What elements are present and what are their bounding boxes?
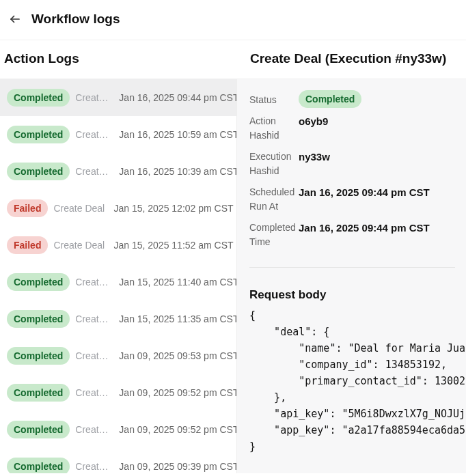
back-arrow-icon[interactable] <box>7 11 23 27</box>
detail-action-hashid-row: Action Hashid o6yb9 <box>249 114 466 143</box>
logs-list: CompletedCreate …Jan 16, 2025 09:44 pm C… <box>0 79 236 473</box>
log-action-name: Create … <box>75 461 113 472</box>
action-hashid-value: o6yb9 <box>299 114 328 130</box>
status-badge: Completed <box>7 458 70 473</box>
log-time: Jan 16, 2025 10:39 am CST <box>119 166 236 177</box>
status-badge: Completed <box>7 89 70 107</box>
status-badge: Completed <box>7 273 70 291</box>
log-action-name: Create … <box>75 166 113 177</box>
log-time: Jan 15, 2025 11:35 am CST <box>119 313 236 324</box>
main-content: CompletedCreate …Jan 16, 2025 09:44 pm C… <box>0 79 466 473</box>
divider <box>249 267 455 268</box>
request-body-title: Request body <box>249 288 466 302</box>
log-action-name: Create … <box>75 129 113 140</box>
log-row[interactable]: CompletedCreate …Jan 16, 2025 10:59 am C… <box>0 116 236 153</box>
log-time: Jan 09, 2025 09:52 pm CST <box>119 387 236 398</box>
page-header: Workflow logs <box>0 0 466 40</box>
log-row[interactable]: CompletedCreate …Jan 09, 2025 09:39 pm C… <box>0 448 236 473</box>
sub-header: Action Logs Create Deal (Execution #ny33… <box>0 40 466 79</box>
detail-status-row: Status Completed <box>249 93 466 107</box>
log-row[interactable]: CompletedCreate D…Jan 15, 2025 11:35 am … <box>0 300 236 337</box>
log-time: Jan 15, 2025 11:40 am CST <box>119 277 236 288</box>
log-action-name: Create … <box>75 424 113 435</box>
completed-value: Jan 16, 2025 09:44 pm CST <box>299 221 430 236</box>
log-action-name: Create … <box>75 387 113 398</box>
detail-execution-hashid-row: Execution Hashid ny33w <box>249 150 466 178</box>
log-action-name: Create … <box>75 350 113 361</box>
log-time: Jan 16, 2025 09:44 pm CST <box>119 92 236 103</box>
action-logs-title: Action Logs <box>0 40 236 79</box>
detail-title: Create Deal (Execution #ny33w) <box>236 40 466 79</box>
log-action-name: Create Deal <box>53 203 108 214</box>
execution-hashid-label: Execution Hashid <box>249 150 299 178</box>
detail-scheduled-row: Scheduled Run At Jan 16, 2025 09:44 pm C… <box>249 185 466 214</box>
status-badge: Completed <box>7 126 70 143</box>
status-badge: Failed <box>7 236 48 254</box>
page-title: Workflow logs <box>31 12 120 27</box>
log-time: Jan 09, 2025 09:53 pm CST <box>119 350 236 361</box>
log-time: Jan 15, 2025 12:02 pm CST <box>113 203 233 214</box>
status-badge: Completed <box>299 93 361 105</box>
scheduled-label: Scheduled Run At <box>249 185 299 214</box>
detail-panel: Status Completed Action Hashid o6yb9 Exe… <box>236 79 466 473</box>
log-row[interactable]: CompletedCreate D…Jan 15, 2025 11:40 am … <box>0 264 236 300</box>
log-time: Jan 16, 2025 10:59 am CST <box>119 129 236 140</box>
log-row[interactable]: FailedCreate DealJan 15, 2025 11:52 am C… <box>0 227 236 264</box>
status-badge: Completed <box>7 163 70 180</box>
log-row[interactable]: CompletedCreate …Jan 16, 2025 09:44 pm C… <box>0 79 236 116</box>
log-row[interactable]: CompletedCreate …Jan 16, 2025 10:39 am C… <box>0 153 236 190</box>
scheduled-value: Jan 16, 2025 09:44 pm CST <box>299 185 430 201</box>
status-badge: Failed <box>7 199 48 217</box>
log-row[interactable]: CompletedCreate …Jan 09, 2025 09:52 pm C… <box>0 411 236 448</box>
log-action-name: Create Deal <box>53 240 108 251</box>
log-row[interactable]: CompletedCreate …Jan 09, 2025 09:52 pm C… <box>0 374 236 411</box>
log-row[interactable]: CompletedCreate …Jan 09, 2025 09:53 pm C… <box>0 337 236 374</box>
completed-label: Completed Time <box>249 221 299 249</box>
log-action-name: Create D… <box>75 313 113 324</box>
log-row[interactable]: FailedCreate DealJan 15, 2025 12:02 pm C… <box>0 190 236 227</box>
status-badge: Completed <box>7 421 70 438</box>
status-label: Status <box>249 93 299 107</box>
log-time: Jan 09, 2025 09:39 pm CST <box>119 461 236 472</box>
log-time: Jan 09, 2025 09:52 pm CST <box>119 424 236 435</box>
status-badge: Completed <box>7 310 70 328</box>
status-badge: Completed <box>7 347 70 365</box>
status-badge: Completed <box>7 384 70 402</box>
request-body-code: { "deal": { "name": "Deal for Maria Juar… <box>249 307 466 455</box>
detail-completed-row: Completed Time Jan 16, 2025 09:44 pm CST <box>249 221 466 249</box>
execution-hashid-value: ny33w <box>299 150 330 165</box>
action-hashid-label: Action Hashid <box>249 114 299 143</box>
log-action-name: Create D… <box>75 277 113 288</box>
log-time: Jan 15, 2025 11:52 am CST <box>113 240 233 251</box>
log-action-name: Create … <box>75 92 113 103</box>
